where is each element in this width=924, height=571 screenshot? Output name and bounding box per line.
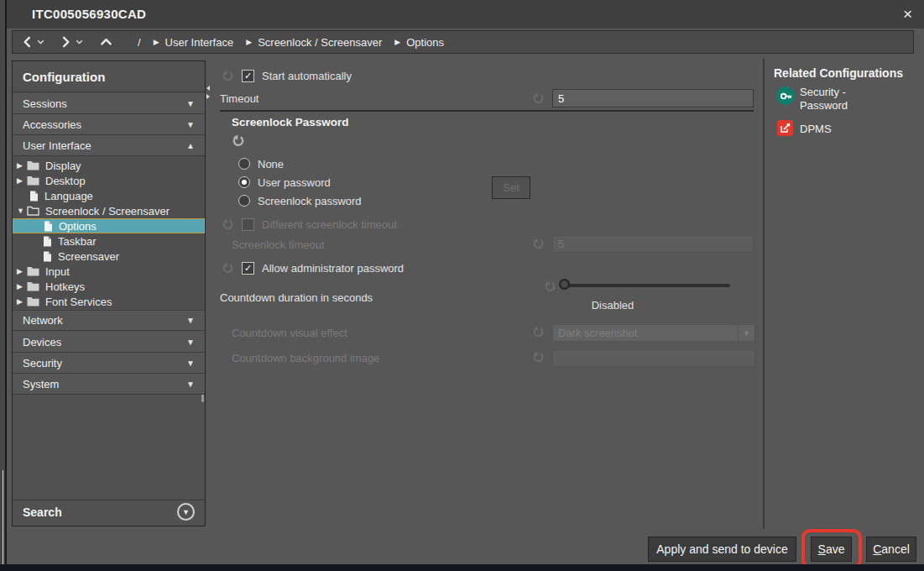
section-label: User Interface [23,139,91,152]
sidebar-section-user-interface[interactable]: User Interface ▲ [13,135,205,156]
section-label: Devices [23,336,61,348]
forward-icon[interactable] [60,35,72,49]
related-link-security-password[interactable]: Security - Password [800,86,890,113]
revert-icon[interactable] [532,92,545,105]
search-expand-icon[interactable]: ▼ [177,503,195,521]
set-password-button[interactable]: Set [492,176,530,199]
cancel-button[interactable]: Cancel [866,537,916,562]
screen: ITC005056930CAD × / ▶ User Interface ▶ S… [0,0,924,571]
tree-item-screensaver[interactable]: Screensaver [13,249,205,264]
chevron-down-icon: ▼ [182,508,190,516]
section-label: Accessories [23,118,81,131]
tree-item-language[interactable]: Language [13,188,205,203]
search-label: Search [23,506,62,519]
sidebar-section-security[interactable]: Security ▼ [13,353,205,374]
collapse-arrow-icon[interactable]: ▼ [17,207,27,215]
countdown-duration-label: Countdown duration in seconds [220,291,373,304]
countdown-background-image-input [552,349,755,367]
sidebar-section-sessions[interactable]: Sessions ▼ [13,93,205,114]
section-label: System [23,378,59,390]
revert-icon[interactable] [222,262,234,275]
expand-arrow-icon[interactable]: ▶ [17,267,27,275]
sidebar-header: Configuration [13,61,205,92]
revert-icon[interactable] [222,70,234,82]
expand-arrow-icon[interactable]: ▶ [17,282,27,291]
countdown-duration-slider-thumb[interactable] [559,279,570,290]
chevron-up-icon: ▲ [186,141,195,150]
revert-icon[interactable] [544,280,556,293]
open-folder-icon [27,206,39,216]
tree-item-taskbar[interactable]: Taskbar [13,233,205,249]
allow-admin-password-row: ✓ Allow administrator password [222,260,404,275]
allow-admin-password-label: Allow administrator password [262,262,404,275]
tree-item-options-selected[interactable]: Options [13,218,205,233]
cancel-label-rest: ancel [881,542,909,556]
sidebar-section-network[interactable]: Network ▼ [13,310,205,331]
revert-icon[interactable] [232,134,245,148]
breadcrumb-item-options[interactable]: ▶ Options [394,36,444,49]
sidebar-section-accessories[interactable]: Accessories ▼ [13,114,205,135]
screenlock-password-radio[interactable] [238,195,250,207]
different-screenlock-timeout-checkbox [242,218,254,231]
different-screenlock-timeout-row: Different screenlock timeout [222,217,397,232]
tree-item-hotkeys[interactable]: ▶ Hotkeys [13,279,205,294]
breadcrumb-arrow-icon: ▶ [394,38,400,46]
tree-item-font-services[interactable]: ▶ Font Services [13,294,205,309]
allow-admin-password-checkbox[interactable]: ✓ [242,262,254,275]
file-icon [44,221,53,232]
back-history-caret-icon[interactable] [37,39,44,45]
breadcrumb-item-screenlock[interactable]: ▶ Screenlock / Screensaver [246,36,382,49]
save-label-rest: ave [826,542,845,556]
close-icon[interactable]: × [903,0,912,29]
expand-arrow-icon[interactable]: ▶ [17,297,27,306]
related-link-dpms[interactable]: DPMS [800,123,832,135]
window-title: ITC005056930CAD [32,0,146,29]
sidebar-search-section[interactable]: Search ▼ [13,500,205,523]
breadcrumb-root[interactable]: / [138,36,141,49]
section-label: Network [23,314,63,327]
start-automatically-checkbox[interactable]: ✓ [242,70,254,82]
splitter-collapse-icon[interactable] [206,86,210,91]
folder-icon [27,296,39,306]
tree-item-input[interactable]: ▶ Input [13,264,205,279]
timeout-input[interactable] [552,89,754,107]
apply-and-send-button[interactable]: Apply and send to device [648,537,796,562]
none-radio[interactable] [238,158,250,170]
up-level-icon[interactable] [100,35,112,49]
tree-item-desktop[interactable]: ▶ Desktop [13,173,205,188]
tree-item-label: Screensaver [58,250,119,263]
forward-history-caret-icon[interactable] [76,39,83,45]
key-icon [776,86,795,105]
folder-icon [27,266,39,276]
countdown-visual-effect-dropdown: Dark screenshot ▼ [552,324,755,342]
tree-item-label: Input [45,265,70,278]
section-label: Sessions [23,97,67,110]
sidebar-section-devices[interactable]: Devices ▼ [13,332,205,353]
background-app-edge [0,0,7,564]
back-icon[interactable] [21,35,34,49]
folder-icon [27,175,39,186]
revert-icon [532,351,545,364]
splitter-expand-icon[interactable] [206,94,210,99]
none-radio-label: None [258,158,284,170]
save-button[interactable]: Save [811,537,852,562]
tree-item-screenlock-screensaver[interactable]: ▼ Screenlock / Screensaver [13,203,205,218]
countdown-visual-effect-label: Countdown visual effect [232,327,347,339]
chevron-down-icon: ▼ [186,359,195,368]
expand-arrow-icon[interactable]: ▶ [17,176,27,185]
countdown-duration-slider-track[interactable] [562,284,730,287]
chevron-down-icon: ▼ [186,316,195,325]
check-icon: ✓ [244,71,252,81]
user-password-radio[interactable] [238,176,250,188]
countdown-duration-state: Disabled [562,299,663,312]
chevron-down-icon: ▼ [186,380,195,389]
tree-item-label: Desktop [45,175,86,187]
sidebar-section-system[interactable]: System ▼ [13,374,205,395]
breadcrumb-item-user-interface[interactable]: ▶ User Interface [154,36,234,49]
breadcrumb-arrow-icon: ▶ [246,38,252,46]
tree-item-label: Options [59,220,97,233]
breadcrumb-label: Options [406,36,444,49]
tree-item-display[interactable]: ▶ Display [13,158,205,173]
expand-arrow-icon[interactable]: ▶ [17,161,27,170]
countdown-background-image-label: Countdown background image [232,352,379,364]
